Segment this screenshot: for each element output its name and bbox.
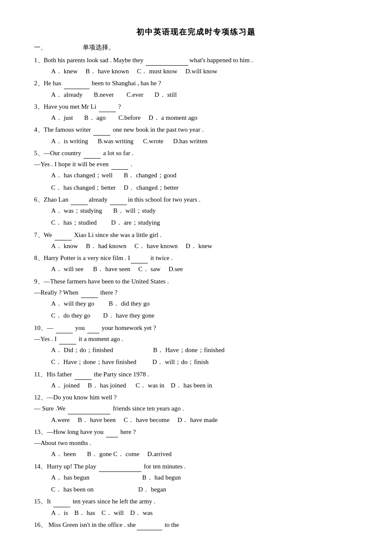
q12-text2: — Sure .We friends since ten years ago . bbox=[34, 403, 358, 414]
question-13: 13、—How long have you here ? —About two … bbox=[34, 426, 358, 460]
q5-options-b: C． has changed；better D． changed；better bbox=[34, 182, 358, 193]
q14-text: 14、Hurry up! The play for ten minutes . bbox=[34, 461, 358, 472]
q3-options: A． just B． ago C.before D． a moment ago bbox=[34, 112, 358, 123]
q9-options-b: C． do they go D． have they gone bbox=[34, 310, 358, 321]
q16-text: 16、 Miss Green isn't in the office . she… bbox=[34, 519, 358, 530]
q11-options: A． joined B． has joined C． was in D． has… bbox=[34, 380, 358, 391]
q12-options: A.were B． have been C． have become D． ha… bbox=[34, 414, 358, 425]
q5-options-a: A． has changed；well B． changed；good bbox=[34, 170, 358, 181]
q6-text: 6、Zhao Lan already in this school for tw… bbox=[34, 194, 358, 205]
q5-text1: 5、—Our country a lot so far . bbox=[34, 147, 358, 159]
question-6: 6、Zhao Lan already in this school for tw… bbox=[34, 194, 358, 228]
q9-text1: 9、—These farmers have been to the United… bbox=[34, 276, 358, 287]
question-9: 9、—These farmers have been to the United… bbox=[34, 276, 358, 321]
q11-text: 11、His father the Party since 1978 . bbox=[34, 369, 358, 380]
q14-options-a: A． has begun B． had begun bbox=[34, 472, 358, 483]
question-2: 2、He has been to Shanghai , has he ? A． … bbox=[34, 78, 358, 100]
q10-options-b: C． Have；done；have finished D． will；do；fi… bbox=[34, 356, 358, 367]
q16-blank bbox=[137, 530, 162, 530]
q4-text: 4、The famous writer one new book in the … bbox=[34, 124, 358, 135]
q2-options: A． already B.never C.ever D． still bbox=[34, 89, 358, 100]
q9-options-a: A． will they go B． did they go bbox=[34, 298, 358, 309]
page-title: 初中英语现在完成时专项练习题 bbox=[34, 26, 358, 39]
q10-text2: —Yes . I it a moment ago . bbox=[34, 333, 358, 344]
q6-options-b: C． has；studied D． are；studying bbox=[34, 217, 358, 228]
q7-options: A． know B． had known C． have known D． kn… bbox=[34, 240, 358, 251]
q6-options-a: A． was；studying B． will；study bbox=[34, 205, 358, 216]
q15-text: 15、It ten years since he left the army . bbox=[34, 496, 358, 507]
q1-options: A． knew B． have known C． must know D.wil… bbox=[34, 66, 358, 77]
q13-blank bbox=[106, 437, 118, 437]
q15-options: A． is B． has C． will D． was bbox=[34, 507, 358, 518]
q5-text2: —Yes . I hope it will be even . bbox=[34, 159, 358, 170]
q13-options: A． been B． gone C． come D.arrived bbox=[34, 448, 358, 460]
question-12: 12、—Do you know him well ? — Sure .We fr… bbox=[34, 392, 358, 425]
q2-text: 2、He has been to Shanghai , has he ? bbox=[34, 78, 358, 89]
question-11: 11、His father the Party since 1978 . A． … bbox=[34, 369, 358, 391]
q4-options: A． is writing B.was writing C.wrote D.ha… bbox=[34, 136, 358, 147]
question-7: 7、We Xiao Li since she was a little girl… bbox=[34, 229, 358, 252]
q7-text: 7、We Xiao Li since she was a little girl… bbox=[34, 229, 358, 240]
question-8: 8、Harry Potter is a very nice film . I i… bbox=[34, 252, 358, 275]
q8-text: 8、Harry Potter is a very nice film . I i… bbox=[34, 252, 358, 263]
question-5: 5、—Our country a lot so far . —Yes . I h… bbox=[34, 147, 358, 193]
question-3: 3、Have you met Mr Li ? A． just B． ago C.… bbox=[34, 101, 358, 124]
section-title: 单项选择。 bbox=[83, 44, 115, 51]
questions-container: 1、Both his parents look sad . Maybe they… bbox=[34, 55, 358, 530]
question-16: 16、 Miss Green isn't in the office . she… bbox=[34, 519, 358, 530]
question-10: 10、— you your homework yet ? —Yes . I it… bbox=[34, 322, 358, 368]
q8-options: A． will see B． have seen C． saw D.see bbox=[34, 263, 358, 275]
q10-options-a: A． Did；do；finished B． Have；done；finished bbox=[34, 344, 358, 356]
q1-text: 1、Both his parents look sad . Maybe they… bbox=[34, 55, 358, 66]
q13-text1: 13、—How long have you here ? bbox=[34, 426, 358, 437]
q9-text2: —Really ? When there ? bbox=[34, 287, 358, 298]
q12-text1: 12、—Do you know him well ? bbox=[34, 392, 358, 403]
q3-text: 3、Have you met Mr Li ? bbox=[34, 101, 358, 112]
question-14: 14、Hurry up! The play for ten minutes . … bbox=[34, 461, 358, 495]
question-1: 1、Both his parents look sad . Maybe they… bbox=[34, 55, 358, 77]
section-header: 一、 单项选择。 bbox=[34, 42, 358, 53]
question-4: 4、The famous writer one new book in the … bbox=[34, 124, 358, 147]
q10-text1: 10、— you your homework yet ? bbox=[34, 322, 358, 333]
q13-text2: —About two months . bbox=[34, 437, 358, 448]
q14-options-b: C． has been on D． began bbox=[34, 484, 358, 495]
section-label: 一、 bbox=[34, 44, 47, 51]
question-15: 15、It ten years since he left the army .… bbox=[34, 496, 358, 518]
